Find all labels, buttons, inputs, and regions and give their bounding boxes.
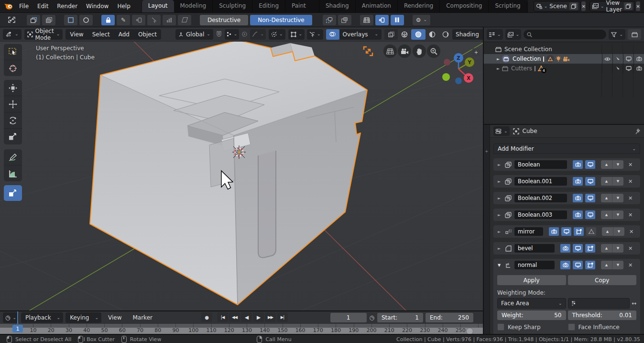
camera-view-button[interactable] [398, 44, 411, 58]
properties-tab-strip[interactable]: + [484, 125, 490, 334]
menu-help[interactable]: Help [113, 0, 134, 12]
delete-modifier-button[interactable]: ✕ [628, 162, 633, 168]
tab-texture-paint[interactable]: Texture Paint [285, 0, 319, 12]
tab-scripting[interactable]: Scripting [489, 0, 527, 12]
snap-magnet-toggle[interactable] [216, 31, 222, 37]
menu-view[interactable]: View [65, 31, 87, 38]
pause-live-toggle[interactable] [391, 15, 404, 25]
tool-select-box[interactable] [4, 44, 22, 60]
modifier-name-field[interactable]: Boolean.002 [514, 194, 567, 202]
pin-icon[interactable] [634, 128, 640, 134]
cursor-tool-toggle[interactable] [147, 15, 161, 25]
wireframe-display-toggle[interactable] [360, 15, 373, 25]
expand-icon[interactable]: ► [496, 163, 502, 167]
delete-modifier-button[interactable]: ✕ [628, 195, 633, 201]
hide-eye-icon[interactable] [602, 54, 612, 64]
navigation-gizmo[interactable]: Z Y X [437, 46, 480, 87]
play-button[interactable]: ▶ [253, 312, 264, 322]
expand-icon[interactable]: ► [496, 230, 502, 234]
playhead-line[interactable] [17, 311, 18, 324]
viewport-toggle[interactable] [585, 177, 595, 186]
gizmo-negy-ball[interactable] [442, 73, 450, 81]
copy-button[interactable]: Copy [568, 275, 637, 285]
outliner-row-scene-collection[interactable]: Scene Collection [484, 44, 644, 54]
transform-orientation-selector[interactable]: Global ⌄ [175, 29, 213, 40]
render-disable-icon[interactable] [633, 54, 644, 64]
new-collection-button[interactable] [628, 29, 641, 40]
viewport-disable-icon[interactable] [623, 54, 633, 64]
use-preview-range-icon[interactable]: ◷ [370, 314, 374, 321]
viewport-toggle[interactable] [585, 194, 595, 202]
keep-sharp-checkbox[interactable]: Keep Sharp [497, 323, 566, 331]
outliner-search-input[interactable] [524, 30, 606, 39]
toggle-perspective-button[interactable] [383, 44, 397, 58]
region-divider[interactable] [0, 310, 483, 311]
menu-file[interactable]: File [15, 0, 33, 12]
modifier-name-field[interactable]: mirror [514, 227, 543, 236]
move-up-button[interactable]: ▲ [602, 227, 613, 236]
shading-dropdown[interactable]: Shading⌄ [452, 29, 483, 40]
annotate-pencil-toggle[interactable]: ✎ [117, 15, 130, 25]
remove-view-layer-button[interactable]: ✕ [636, 1, 640, 11]
shading-solid-button[interactable] [411, 29, 426, 40]
move-down-button[interactable]: ▼ [613, 227, 624, 236]
auto-keying-record-button[interactable]: ● [201, 312, 212, 322]
move-down-button[interactable]: ▼ [612, 194, 623, 202]
render-toggle[interactable] [573, 160, 583, 169]
viewport-toggle[interactable] [585, 210, 595, 219]
menu-object[interactable]: Object [134, 31, 161, 38]
pivot-point-dropdown[interactable]: ⌄ [269, 29, 285, 40]
gizmo-negz-ball[interactable] [455, 77, 462, 84]
face-influence-checkbox[interactable]: Face Influence [568, 323, 637, 331]
move-up-button[interactable]: ▲ [601, 194, 612, 202]
move-up-button[interactable]: ▲ [601, 210, 612, 219]
end-frame-handle[interactable] [466, 328, 473, 334]
menu-window[interactable]: Window [82, 0, 113, 12]
delete-modifier-button[interactable]: ✕ [628, 245, 633, 252]
expand-icon[interactable]: ► [495, 66, 501, 71]
lock-toggle[interactable] [101, 15, 115, 25]
move-down-button[interactable]: ▼ [612, 160, 623, 169]
outliner-row-cutters[interactable]: ► Cutters 4 [484, 64, 644, 73]
start-frame-field[interactable]: Start:1 [377, 313, 423, 322]
region-divider[interactable] [484, 124, 644, 125]
tool-rotate[interactable] [4, 112, 22, 129]
modifier-name-field[interactable]: Boolean.003 [514, 210, 567, 219]
mode-selector[interactable]: Object Mode ⌄ [24, 29, 63, 40]
snap-back-toggle[interactable] [132, 15, 145, 25]
cutter-collection-b-toggle[interactable] [338, 15, 351, 25]
weight-slider[interactable]: Weight:50 [497, 310, 566, 320]
cutter-collection-a-toggle[interactable] [323, 15, 336, 25]
apply-button[interactable]: Apply [497, 275, 566, 285]
new-scene-button[interactable] [569, 2, 578, 10]
tool-annotate[interactable] [4, 149, 22, 166]
display-mode-selector[interactable]: ⌄ [505, 29, 522, 40]
expand-icon[interactable]: ► [496, 246, 502, 251]
render-toggle[interactable] [573, 194, 583, 202]
shading-wireframe-button[interactable] [398, 29, 411, 40]
previous-keyframe-button[interactable]: ◀◀ [229, 312, 240, 322]
expand-viewport-icon[interactable] [362, 45, 374, 57]
menu-select[interactable]: Select [88, 31, 114, 38]
tab-rendering[interactable]: Rendering [398, 0, 440, 12]
proportional-falloff-dropdown[interactable]: ⌄ [250, 29, 266, 40]
current-frame-field[interactable]: 1 [330, 313, 367, 322]
unlink-scene-button[interactable]: ✕ [581, 1, 586, 11]
shape-box-toggle[interactable] [64, 15, 77, 25]
move-up-button[interactable]: ▲ [601, 160, 612, 169]
scene-name[interactable]: Scene [549, 3, 568, 10]
tool-scale[interactable] [4, 129, 22, 144]
selectable-cursor-icon[interactable] [612, 64, 623, 73]
weighting-mode-select[interactable]: Face Area ⌄ [497, 298, 566, 309]
viewport-toggle[interactable] [561, 227, 571, 236]
delete-modifier-button[interactable]: ✕ [628, 262, 633, 268]
view-layer-name[interactable]: View Layer [606, 0, 622, 13]
proportional-editing-toggle[interactable] [242, 32, 247, 37]
tab-modeling[interactable]: Modeling [174, 0, 213, 12]
new-view-layer-button[interactable] [624, 2, 633, 10]
keying-menu[interactable]: Keying⌄ [65, 312, 101, 323]
viewport-disable-icon[interactable] [623, 64, 633, 73]
stats-toggle[interactable] [163, 15, 176, 25]
render-toggle[interactable] [560, 261, 570, 269]
selectable-cursor-icon[interactable] [612, 54, 623, 64]
